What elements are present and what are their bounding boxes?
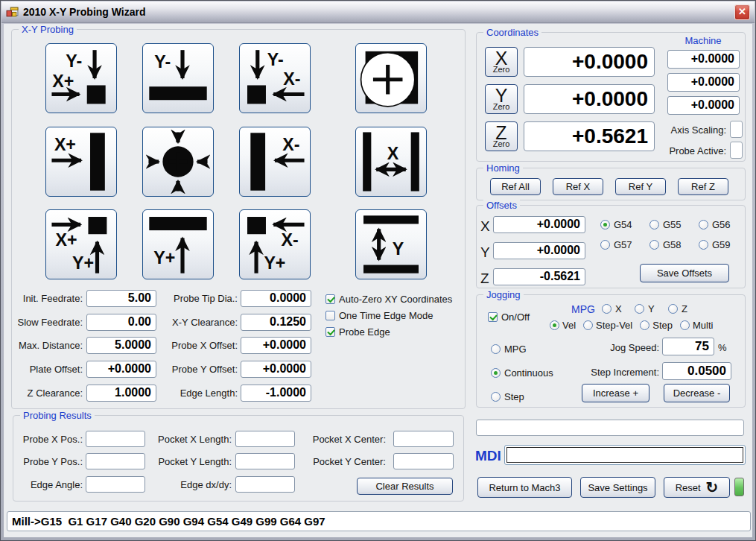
jogtype-step-row: Step — [491, 391, 524, 402]
return-to-mach3-button[interactable]: Return to Mach3 — [477, 477, 572, 498]
xy-clearance-field[interactable]: 0.1250 — [241, 314, 311, 331]
init-feedrate-field[interactable]: 5.00 — [86, 290, 156, 307]
step-vel-radio[interactable] — [583, 320, 593, 330]
offset-x-field[interactable]: +0.0000 — [493, 216, 585, 233]
probe-edge-xminus-button[interactable]: X- — [239, 127, 311, 197]
reset-button-label: Reset — [676, 482, 701, 493]
jogtype-mpg-radio[interactable] — [491, 344, 501, 354]
probe-pocket-center-button[interactable] — [142, 127, 214, 197]
slow-feedrate-label: Slow Feedrate: — [14, 317, 83, 328]
step-mode-radio[interactable] — [640, 320, 649, 330]
ref-z-button[interactable]: Ref Z — [678, 178, 728, 195]
mdi-input[interactable] — [506, 447, 743, 463]
offset-y-field[interactable]: +0.0000 — [493, 242, 585, 259]
jog-speed-unit: % — [718, 342, 727, 353]
probe-y-offset-field[interactable]: +0.0000 — [241, 361, 311, 378]
g56-radio[interactable] — [699, 220, 708, 230]
jog-onoff-checkbox[interactable] — [488, 312, 498, 322]
reset-cycle-icon: ↻ — [706, 481, 719, 494]
ref-x-button[interactable]: Ref X — [553, 178, 603, 195]
multi-radio[interactable] — [680, 320, 690, 330]
pocket-y-length-field[interactable] — [235, 453, 295, 469]
save-settings-button[interactable]: Save Settings — [580, 477, 655, 498]
probe-corner-xminus-yplus-button[interactable]: X- Y+ — [239, 209, 311, 279]
probe-corner-xplus-yminus-button[interactable]: Y- X+ — [45, 43, 117, 113]
g56-label: G56 — [712, 219, 731, 230]
probe-x-offset-label: Probe X Offset: — [160, 340, 238, 351]
ref-all-button[interactable]: Ref All — [490, 178, 541, 195]
offset-z-field[interactable]: -0.5621 — [493, 268, 585, 285]
edge-length-field[interactable]: -1.0000 — [241, 385, 311, 402]
plate-offset-field[interactable]: +0.0000 — [86, 361, 156, 378]
slow-feedrate-field[interactable]: 0.00 — [86, 314, 156, 331]
probe-edge-yplus-button[interactable]: Y+ — [142, 209, 214, 279]
pocket-x-center-field[interactable] — [393, 431, 454, 447]
z-clearance-field[interactable]: 1.0000 — [86, 385, 156, 402]
y-dro[interactable]: +0.0000 — [524, 84, 655, 114]
jog-onoff-label: On/Off — [501, 311, 530, 323]
probing-results-group-label: Probing Results — [20, 410, 95, 421]
svg-text:Y+: Y+ — [72, 253, 94, 273]
y-zero-button[interactable]: Y Zero — [485, 84, 518, 114]
g59-radio[interactable] — [699, 240, 708, 250]
svg-text:Y-: Y- — [267, 50, 284, 69]
x-dro[interactable]: +0.0000 — [524, 47, 655, 77]
g58-radio[interactable] — [649, 240, 659, 250]
g54-radio[interactable] — [600, 220, 610, 230]
probe-x-offset-field[interactable]: +0.0000 — [241, 337, 311, 354]
jogtype-step-radio[interactable] — [491, 392, 501, 402]
app-icon — [6, 6, 19, 19]
jogtype-continuous-radio[interactable] — [491, 368, 501, 378]
z-zero-button[interactable]: Z Zero — [485, 121, 518, 151]
mpg-x-radio[interactable] — [602, 304, 612, 314]
probe-corner-xminus-yminus-button[interactable]: Y- X- — [239, 43, 311, 113]
edge-dxdy-label: Edge dx/dy: — [154, 479, 232, 490]
one-time-edge-checkbox[interactable] — [325, 311, 335, 320]
pocket-x-length-field[interactable] — [235, 431, 295, 447]
vel-radio[interactable] — [550, 320, 559, 330]
increase-button[interactable]: Increase + — [582, 384, 649, 402]
probe-tip-dia-field[interactable]: 0.0000 — [241, 290, 311, 307]
edge-angle-field[interactable] — [86, 476, 145, 493]
auto-zero-xy-checkbox[interactable] — [325, 294, 335, 304]
probe-corner-xplus-yplus-button[interactable]: X+ Y+ — [45, 209, 117, 279]
clear-results-button[interactable]: Clear Results — [357, 478, 453, 495]
reset-led-indicator — [734, 478, 744, 496]
probe-slot-y-button[interactable]: Y — [355, 209, 427, 279]
ref-y-button[interactable]: Ref Y — [615, 178, 666, 195]
decrease-button[interactable]: Decrease - — [664, 384, 730, 402]
close-button[interactable]: ✕ — [734, 4, 750, 20]
g55-radio[interactable] — [649, 220, 659, 230]
probe-boss-center-icon — [359, 46, 423, 110]
probe-slot-x-button[interactable]: X — [355, 127, 427, 197]
probe-edge-checkbox[interactable] — [325, 327, 335, 337]
z-dro[interactable]: +0.5621 — [524, 121, 655, 151]
probe-x-pos-field[interactable] — [86, 431, 145, 447]
jog-speed-label: Jog Speed: — [585, 342, 659, 353]
probe-tip-dia-label: Probe Tip Dia.: — [160, 293, 238, 304]
pocket-x-length-label: Pocket X Length: — [154, 434, 232, 445]
mpg-z-label: Z — [682, 303, 687, 314]
step-vel-label: Step-Vel — [596, 320, 632, 331]
pocket-y-center-field[interactable] — [393, 453, 454, 469]
reset-button[interactable]: Reset ↻ — [664, 477, 730, 498]
probe-edge-xplus-button[interactable]: X+ — [45, 127, 117, 197]
vel-label: Vel — [562, 320, 576, 331]
svg-text:Y+: Y+ — [264, 253, 285, 273]
jog-speed-field[interactable]: 75 — [662, 338, 714, 355]
edge-dxdy-field[interactable] — [235, 476, 295, 493]
mdi-input-frame — [504, 445, 746, 465]
mpg-z-radio[interactable] — [668, 304, 678, 314]
x-zero-button[interactable]: X Zero — [485, 47, 518, 77]
message-field[interactable] — [476, 420, 744, 436]
pocket-y-length-label: Pocket Y Length: — [154, 456, 232, 467]
max-distance-field[interactable]: 5.0000 — [86, 337, 156, 354]
mpg-y-radio[interactable] — [635, 304, 644, 314]
g57-radio[interactable] — [600, 240, 610, 250]
probe-y-pos-field[interactable] — [86, 453, 145, 469]
g58-row: G58 — [649, 239, 682, 250]
probe-edge-yminus-button[interactable]: Y- — [142, 43, 214, 113]
step-increment-field[interactable]: 0.0500 — [662, 362, 731, 380]
probe-boss-center-button[interactable] — [355, 43, 427, 113]
save-offsets-button[interactable]: Save Offsets — [640, 264, 729, 282]
